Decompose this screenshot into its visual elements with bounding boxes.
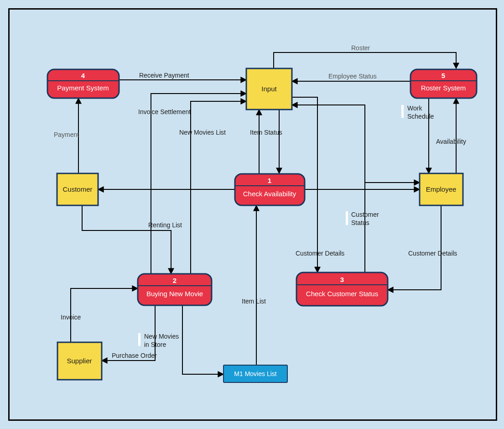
tick-work-schedule [401,105,404,118]
svg-text:Check Customer Status: Check Customer Status [306,290,378,298]
svg-text:3: 3 [340,276,344,283]
svg-text:Supplier: Supplier [67,357,92,365]
svg-text:5: 5 [442,72,445,79]
label-item-list: Item List [242,298,266,305]
label-purchase-order: Purchase Order [112,352,157,359]
label-item-status: Item Status [250,129,282,136]
label-nmis-1: New Movies [144,333,179,340]
label-employee-status: Employee Status [328,73,377,80]
flow-customer-details-right [388,205,441,290]
label-availability: Availability [436,138,466,145]
label-customer-details-right: Customer Details [408,250,457,257]
svg-text:2: 2 [173,277,177,284]
flow-invoice-settlement [151,94,246,274]
datastore-movies-list: M1 Movies List [223,365,287,382]
svg-text:Employee: Employee [426,185,457,193]
diagram-canvas: Roster Employee Status Receive Payment I… [0,0,504,429]
label-work-schedule-1: Work [407,105,422,112]
process-roster-system: 5 Roster System [410,69,477,98]
entity-employee: Employee [420,173,463,205]
entity-customer: Customer [57,173,98,205]
svg-text:Roster System: Roster System [421,84,466,92]
svg-text:Check Availability: Check Availability [243,190,296,198]
label-new-movies-list: New Movies List [179,129,226,136]
svg-text:Payment System: Payment System [57,84,109,92]
process-check-availability: 1 Check Availability [235,174,305,205]
flow-renting-list [82,205,171,274]
process-check-customer-status: 3 Check Customer Status [296,272,388,306]
svg-text:Customer: Customer [62,185,92,193]
label-receive-payment: Receive Payment [139,72,189,79]
entity-supplier: Supplier [57,342,102,380]
flow-roster [274,52,456,68]
label-roster: Roster [351,44,370,52]
svg-text:M1 Movies List: M1 Movies List [234,370,276,377]
label-customer-status-1: Customer [351,211,379,218]
svg-text:Buying New Movie: Buying New Movie [146,290,203,298]
tick-customer-status [346,211,348,225]
flow-new-movies-in-store [182,306,223,374]
label-customer-details-mid: Customer Details [296,250,344,257]
label-payment: Payment [54,131,79,138]
label-renting-list: Renting List [148,221,182,229]
tick-new-movies-in-store [138,333,140,346]
svg-text:Input: Input [261,85,277,93]
entity-input: Input [246,68,292,110]
label-invoice-settlement: Invoice Settlement [138,108,191,115]
svg-text:1: 1 [268,177,271,184]
label-invoice: Invoice [61,314,81,321]
label-customer-status-2: Status [351,219,369,226]
label-work-schedule-2: Schedule [407,113,434,120]
process-buying-new-movie: 2 Buying New Movie [138,274,212,305]
svg-text:4: 4 [81,72,85,79]
process-payment-system: 4 Payment System [47,69,119,98]
